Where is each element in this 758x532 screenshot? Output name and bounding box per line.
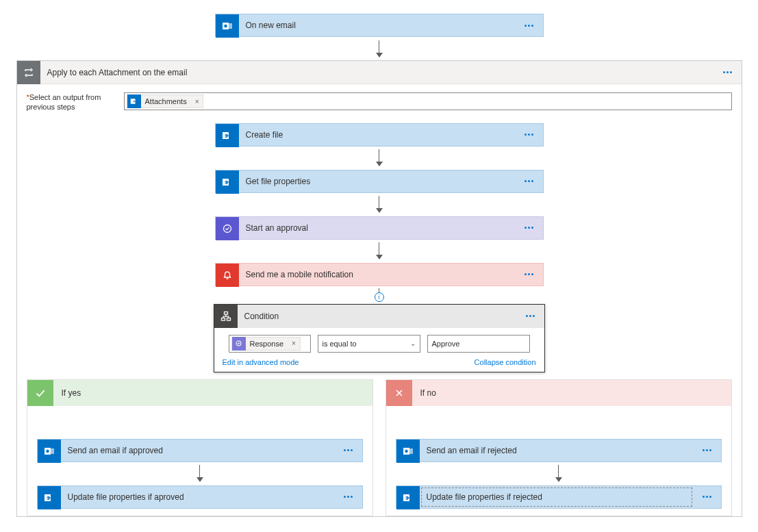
trigger-card[interactable]: On new email [215, 14, 544, 37]
svg-text:S: S [225, 134, 228, 138]
connector-arrow [197, 462, 203, 485]
foreach-icon [17, 61, 40, 84]
svg-rect-14 [49, 448, 54, 454]
if-no-branch: If no Send an email if rejected [386, 379, 732, 516]
connector-arrow [376, 147, 383, 170]
collapse-condition-link[interactable]: Collapse condition [475, 358, 536, 366]
connector-arrow: i [375, 286, 384, 304]
trigger-menu[interactable] [516, 14, 543, 36]
sharepoint-icon: S [38, 486, 61, 509]
update-properties-rejected-card[interactable]: S Update file properties if rejected [396, 485, 722, 509]
if-yes-header[interactable]: If yes [27, 380, 372, 406]
branch-label: If yes [53, 388, 81, 398]
step-label: Send an email if approved [61, 440, 335, 461]
send-email-approved-card[interactable]: Send an email if approved [37, 439, 363, 462]
svg-rect-19 [407, 448, 413, 454]
step-label: Start an approval [239, 217, 516, 239]
step-menu[interactable] [335, 440, 362, 461]
start-approval-card[interactable]: Start an approval [215, 216, 544, 240]
foreach-field-label: *Select an output from previous steps [27, 92, 116, 112]
svg-point-2 [224, 25, 227, 27]
attachments-token[interactable]: Attachments × [127, 94, 204, 108]
step-menu[interactable] [516, 170, 543, 192]
outlook-icon [38, 440, 61, 463]
send-email-rejected-card[interactable]: Send an email if rejected [396, 439, 722, 462]
notification-icon [216, 264, 239, 287]
approval-icon [232, 337, 246, 351]
connector-arrow [376, 193, 383, 216]
create-file-card[interactable]: S Create file [215, 123, 544, 147]
if-no-header[interactable]: If no [386, 380, 731, 406]
connector-arrow [376, 37, 383, 60]
step-label: Send me a mobile notification [239, 264, 516, 286]
token-remove[interactable]: × [288, 340, 300, 347]
branch-label: If no [412, 388, 436, 398]
outlook-icon [396, 440, 420, 463]
foreach-header[interactable]: Apply to each Attachment on the email [17, 61, 742, 84]
sharepoint-icon: S [216, 170, 239, 194]
sharepoint-icon: S [396, 486, 420, 509]
info-badge[interactable]: i [375, 292, 384, 302]
condition-menu[interactable] [517, 305, 544, 328]
chevron-down-icon: ⌄ [410, 340, 416, 347]
condition-left-operand[interactable]: Response × [229, 335, 311, 353]
step-label: Update file properties if aproved [61, 486, 335, 508]
svg-rect-9 [224, 312, 227, 314]
close-icon [386, 380, 412, 406]
svg-rect-1 [227, 23, 232, 29]
condition-card[interactable]: Condition Response × [214, 304, 545, 372]
foreach-input-row: *Select an output from previous steps At… [27, 92, 732, 112]
foreach-scope: Apply to each Attachment on the email *S… [16, 60, 742, 517]
connector-arrow [555, 462, 562, 485]
connector-arrow [376, 240, 383, 263]
approval-icon [216, 217, 239, 240]
svg-text:S: S [405, 496, 409, 501]
sharepoint-icon [127, 94, 141, 108]
svg-point-20 [405, 449, 407, 452]
get-file-properties-card[interactable]: S Get file properties [215, 170, 544, 193]
step-label: Send an email if rejected [420, 440, 694, 461]
step-menu[interactable] [694, 486, 721, 508]
step-menu[interactable] [516, 124, 543, 146]
condition-operator-select[interactable]: is equal to ⌄ [318, 335, 420, 353]
step-label: Update file properties if rejected [420, 486, 694, 508]
token-remove[interactable]: × [191, 98, 203, 105]
foreach-menu[interactable] [714, 61, 742, 84]
trigger-label: On new email [239, 14, 516, 36]
condition-icon [214, 305, 238, 328]
update-properties-approved-card[interactable]: S Update file properties if aproved [37, 485, 363, 509]
svg-text:S: S [225, 180, 228, 185]
condition-branches: If yes Send an email if approved [27, 379, 732, 516]
svg-rect-10 [221, 318, 225, 320]
svg-rect-11 [227, 318, 230, 320]
notification-card[interactable]: Send me a mobile notification [215, 263, 544, 286]
response-token[interactable]: Response × [231, 337, 301, 351]
edit-advanced-link[interactable]: Edit in advanced mode [223, 358, 299, 366]
svg-text:S: S [47, 496, 50, 501]
step-menu[interactable] [335, 486, 362, 508]
foreach-label: Apply to each Attachment on the email [40, 61, 714, 84]
if-yes-branch: If yes Send an email if approved [27, 379, 373, 516]
step-menu[interactable] [516, 217, 543, 239]
svg-point-15 [46, 449, 49, 452]
condition-label: Condition [238, 305, 517, 328]
foreach-output-input[interactable]: Attachments × [124, 92, 732, 110]
step-label: Get file properties [239, 170, 516, 192]
step-label: Create file [239, 124, 516, 146]
step-menu[interactable] [694, 440, 721, 461]
outlook-icon [216, 14, 239, 38]
step-menu[interactable] [516, 264, 543, 286]
condition-value-input[interactable]: Approve [427, 335, 530, 353]
sharepoint-icon: S [216, 124, 239, 147]
check-icon [27, 380, 53, 406]
